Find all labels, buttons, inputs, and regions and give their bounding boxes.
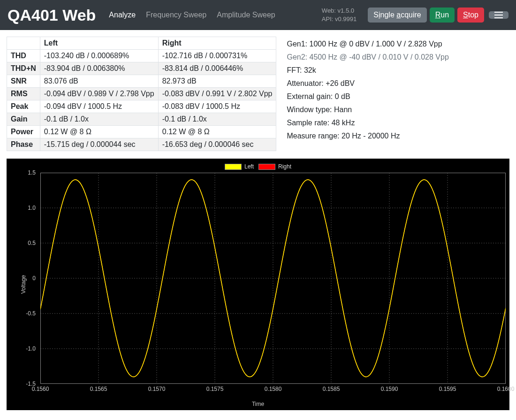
row-name: Phase [7, 138, 40, 151]
nav-frequency-sweep[interactable]: Frequency Sweep [146, 11, 206, 19]
x-tick-label: 0.1575 [206, 386, 224, 392]
row-name: SNR [7, 75, 40, 88]
y-tick-label: 0.5 [28, 240, 36, 246]
sample-rate-setting: Sample rate: 48 kHz [287, 116, 509, 130]
row-left-value: -103.240 dB / 0.000689% [40, 50, 158, 62]
legend-swatch-right [258, 164, 275, 170]
y-tick-label: -1.0 [26, 345, 36, 352]
legend-swatch-left [225, 164, 242, 170]
row-left-value: -0.094 dBV / 0.989 V / 2.798 Vpp [40, 88, 158, 100]
legend-label-left: Left [244, 163, 254, 170]
row-right-value: -0.083 dBV / 0.991 V / 2.802 Vpp [158, 88, 276, 100]
table-header-right: Right [158, 37, 276, 50]
external-gain-setting: External gain: 0 dB [287, 90, 509, 103]
y-tick-label: 0 [32, 275, 36, 282]
time-domain-chart[interactable]: Left Right Voltage Time -1.5-1.0-0.500.5… [7, 159, 509, 410]
table-header-row: Left Right [7, 37, 276, 50]
row-left-value: -83.904 dB / 0.006380% [40, 62, 158, 75]
row-name: THD+N [7, 62, 40, 75]
gen1-setting: Gen1: 1000 Hz @ 0 dBV / 1.000 V / 2.828 … [287, 38, 509, 51]
table-row: RMS-0.094 dBV / 0.989 V / 2.798 Vpp-0.08… [7, 88, 276, 100]
x-tick-label: 0.1570 [148, 386, 166, 392]
chart-plot-area [40, 173, 506, 384]
attenuator-setting: Attenuator: +26 dBV [287, 77, 509, 90]
nav-analyze[interactable]: Analyze [109, 11, 136, 19]
chart-x-ticks: 0.15600.15650.15700.15750.15800.15850.15… [40, 386, 506, 394]
chart-legend: Left Right [7, 163, 509, 170]
fft-setting: FFT: 32k [287, 64, 509, 77]
x-tick-label: 0.1600 [497, 386, 515, 392]
hamburger-icon [494, 15, 503, 15]
brand-title: QA401 Web [8, 6, 96, 24]
x-tick-label: 0.1585 [323, 386, 340, 392]
web-version: Web: v1.5.0 [322, 7, 357, 15]
version-info: Web: v1.5.0 API: v0.9991 [322, 7, 357, 23]
run-button[interactable]: Run [430, 8, 455, 23]
x-tick-label: 0.1595 [439, 386, 456, 392]
settings-column: Gen1: 1000 Hz @ 0 dBV / 1.000 V / 2.828 … [287, 37, 509, 151]
table-row: Phase-15.715 deg / 0.000044 sec-16.653 d… [7, 138, 276, 151]
row-name: RMS [7, 88, 40, 100]
menu-button[interactable] [489, 11, 508, 19]
row-right-value: 0.12 W @ 8 Ω [158, 126, 276, 138]
y-tick-label: -0.5 [26, 310, 36, 317]
content: Left Right THD-103.240 dB / 0.000689%-10… [0, 30, 516, 159]
row-left-value: -0.094 dBV / 1000.5 Hz [40, 100, 158, 113]
chart-xlabel: Time [7, 401, 509, 407]
row-right-value: -83.814 dB / 0.006446% [158, 62, 276, 75]
table-row: Gain-0.1 dB / 1.0x-0.1 dB / 1.0x [7, 113, 276, 126]
row-name: Power [7, 126, 40, 138]
navbar: QA401 Web Analyze Frequency Sweep Amplit… [0, 0, 516, 30]
table-row: Power0.12 W @ 8 Ω0.12 W @ 8 Ω [7, 126, 276, 138]
legend-item-left: Left [225, 163, 254, 170]
api-version: API: v0.9991 [322, 15, 357, 23]
table-row: THD-103.240 dB / 0.000689%-102.716 dB / … [7, 50, 276, 62]
row-left-value: -15.715 deg / 0.000044 sec [40, 138, 158, 151]
y-tick-label: 1.0 [28, 205, 36, 211]
y-tick-label: 1.5 [28, 169, 36, 176]
x-tick-label: 0.1580 [265, 386, 282, 392]
table-row: SNR83.076 dB82.973 dB [7, 75, 276, 88]
row-left-value: 83.076 dB [40, 75, 158, 88]
row-left-value: 0.12 W @ 8 Ω [40, 126, 158, 138]
measurements-table: Left Right THD-103.240 dB / 0.000689%-10… [7, 37, 276, 151]
row-right-value: -16.653 deg / 0.000046 sec [158, 138, 276, 151]
row-right-value: -0.1 dB / 1.0x [158, 113, 276, 126]
x-tick-label: 0.1565 [90, 386, 107, 392]
table-row: THD+N-83.904 dB / 0.006380%-83.814 dB / … [7, 62, 276, 75]
row-name: Gain [7, 113, 40, 126]
row-right-value: -0.083 dBV / 1000.5 Hz [158, 100, 276, 113]
stop-button[interactable]: Stop [457, 8, 484, 23]
table-row: Peak-0.094 dBV / 1000.5 Hz-0.083 dBV / 1… [7, 100, 276, 113]
row-name: THD [7, 50, 40, 62]
table-header-left: Left [40, 37, 158, 50]
single-acquire-button[interactable]: Single acquire [368, 8, 426, 23]
row-left-value: -0.1 dB / 1.0x [40, 113, 158, 126]
measure-range-setting: Measure range: 20 Hz - 20000 Hz [287, 130, 509, 143]
row-name: Peak [7, 100, 40, 113]
row-right-value: 82.973 dB [158, 75, 276, 88]
chart-y-ticks: -1.5-1.0-0.500.51.01.5 [7, 173, 38, 384]
gen2-setting: Gen2: 4500 Hz @ -40 dBV / 0.010 V / 0.02… [287, 51, 509, 64]
legend-item-right: Right [258, 163, 291, 170]
measurements-column: Left Right THD-103.240 dB / 0.000689%-10… [7, 37, 276, 151]
window-type-setting: Window type: Hann [287, 103, 509, 116]
row-right-value: -102.716 dB / 0.000731% [158, 50, 276, 62]
table-header-blank [7, 37, 40, 50]
x-tick-label: 0.1590 [381, 386, 398, 392]
x-tick-label: 0.1560 [32, 386, 49, 392]
nav-links: Analyze Frequency Sweep Amplitude Sweep [109, 11, 275, 19]
nav-amplitude-sweep[interactable]: Amplitude Sweep [217, 11, 275, 19]
legend-label-right: Right [278, 163, 291, 170]
